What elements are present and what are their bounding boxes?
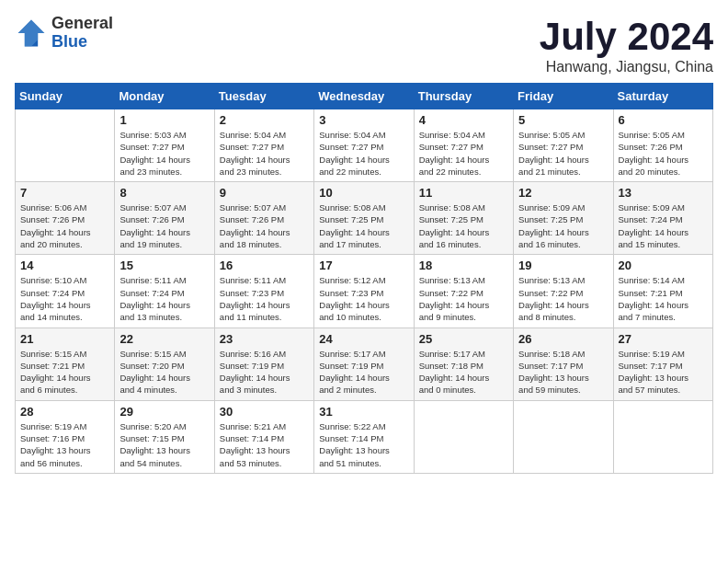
- day-info: Sunrise: 5:04 AM Sunset: 7:27 PM Dayligh…: [419, 129, 508, 178]
- day-info: Sunrise: 5:19 AM Sunset: 7:16 PM Dayligh…: [20, 420, 109, 469]
- day-number: 29: [119, 405, 209, 419]
- calendar-cell: 27Sunrise: 5:19 AM Sunset: 7:17 PM Dayli…: [613, 327, 712, 400]
- day-info: Sunrise: 5:05 AM Sunset: 7:26 PM Dayligh…: [619, 129, 708, 178]
- day-number: 31: [319, 405, 408, 419]
- day-number: 1: [119, 113, 209, 127]
- main-title: July 2024: [540, 15, 713, 59]
- day-info: Sunrise: 5:20 AM Sunset: 7:15 PM Dayligh…: [119, 420, 209, 469]
- day-number: 15: [119, 259, 209, 272]
- day-info: Sunrise: 5:06 AM Sunset: 7:26 PM Dayligh…: [20, 201, 109, 250]
- day-number: 5: [518, 113, 608, 127]
- calendar-cell: [514, 400, 613, 473]
- day-info: Sunrise: 5:07 AM Sunset: 7:26 PM Dayligh…: [220, 201, 309, 250]
- calendar-cell: 10Sunrise: 5:08 AM Sunset: 7:25 PM Dayli…: [314, 182, 414, 255]
- weekday-header-friday: Friday: [514, 84, 613, 109]
- calendar-cell: 15Sunrise: 5:11 AM Sunset: 7:24 PM Dayli…: [115, 255, 214, 327]
- day-number: 24: [319, 332, 408, 346]
- calendar-cell: 25Sunrise: 5:17 AM Sunset: 7:18 PM Dayli…: [414, 327, 513, 400]
- calendar-cell: 16Sunrise: 5:11 AM Sunset: 7:23 PM Dayli…: [214, 255, 313, 327]
- calendar-cell: 20Sunrise: 5:14 AM Sunset: 7:21 PM Dayli…: [613, 255, 712, 327]
- day-info: Sunrise: 5:04 AM Sunset: 7:27 PM Dayligh…: [220, 129, 309, 178]
- day-info: Sunrise: 5:08 AM Sunset: 7:25 PM Dayligh…: [319, 201, 408, 250]
- day-number: 16: [220, 259, 309, 272]
- weekday-header-wednesday: Wednesday: [314, 84, 414, 109]
- weekday-header-monday: Monday: [115, 84, 214, 109]
- day-number: 20: [619, 259, 708, 272]
- day-number: 19: [518, 259, 608, 272]
- day-info: Sunrise: 5:15 AM Sunset: 7:21 PM Dayligh…: [20, 348, 109, 396]
- day-info: Sunrise: 5:15 AM Sunset: 7:20 PM Dayligh…: [119, 348, 209, 396]
- day-number: 10: [319, 186, 408, 200]
- day-info: Sunrise: 5:17 AM Sunset: 7:19 PM Dayligh…: [319, 348, 408, 396]
- day-info: Sunrise: 5:16 AM Sunset: 7:19 PM Dayligh…: [220, 348, 309, 396]
- week-row-5: 28Sunrise: 5:19 AM Sunset: 7:16 PM Dayli…: [16, 400, 713, 473]
- day-number: 27: [619, 332, 708, 346]
- day-info: Sunrise: 5:09 AM Sunset: 7:25 PM Dayligh…: [518, 201, 608, 250]
- calendar: SundayMondayTuesdayWednesdayThursdayFrid…: [15, 83, 713, 474]
- logo-blue-text: Blue: [51, 33, 113, 52]
- calendar-cell: 4Sunrise: 5:04 AM Sunset: 7:27 PM Daylig…: [414, 109, 513, 182]
- day-info: Sunrise: 5:12 AM Sunset: 7:23 PM Dayligh…: [319, 274, 408, 323]
- calendar-cell: 24Sunrise: 5:17 AM Sunset: 7:19 PM Dayli…: [314, 327, 414, 400]
- day-number: 9: [220, 186, 309, 200]
- day-number: 14: [20, 259, 109, 272]
- day-number: 26: [518, 332, 608, 346]
- title-section: July 2024 Hanwang, Jiangsu, China: [540, 15, 713, 75]
- day-number: 23: [220, 332, 309, 346]
- calendar-cell: 6Sunrise: 5:05 AM Sunset: 7:26 PM Daylig…: [613, 109, 712, 182]
- calendar-cell: 26Sunrise: 5:18 AM Sunset: 7:17 PM Dayli…: [514, 327, 613, 400]
- day-info: Sunrise: 5:04 AM Sunset: 7:27 PM Dayligh…: [319, 129, 408, 178]
- day-info: Sunrise: 5:21 AM Sunset: 7:14 PM Dayligh…: [220, 420, 309, 469]
- day-info: Sunrise: 5:18 AM Sunset: 7:17 PM Dayligh…: [518, 348, 608, 396]
- logo-text: General Blue: [51, 15, 113, 52]
- calendar-cell: 18Sunrise: 5:13 AM Sunset: 7:22 PM Dayli…: [414, 255, 513, 327]
- day-info: Sunrise: 5:11 AM Sunset: 7:24 PM Dayligh…: [119, 274, 209, 323]
- weekday-header-row: SundayMondayTuesdayWednesdayThursdayFrid…: [16, 84, 713, 109]
- day-number: 3: [319, 113, 408, 127]
- calendar-cell: 2Sunrise: 5:04 AM Sunset: 7:27 PM Daylig…: [214, 109, 313, 182]
- day-number: 12: [518, 186, 608, 200]
- day-number: 18: [419, 259, 508, 272]
- calendar-cell: 28Sunrise: 5:19 AM Sunset: 7:16 PM Dayli…: [16, 400, 115, 473]
- day-info: Sunrise: 5:10 AM Sunset: 7:24 PM Dayligh…: [20, 274, 109, 323]
- calendar-cell: 3Sunrise: 5:04 AM Sunset: 7:27 PM Daylig…: [314, 109, 414, 182]
- week-row-3: 14Sunrise: 5:10 AM Sunset: 7:24 PM Dayli…: [16, 255, 713, 327]
- weekday-header-tuesday: Tuesday: [214, 84, 313, 109]
- sub-title: Hanwang, Jiangsu, China: [540, 59, 713, 75]
- day-info: Sunrise: 5:03 AM Sunset: 7:27 PM Dayligh…: [119, 129, 209, 178]
- day-number: 28: [20, 405, 109, 419]
- day-info: Sunrise: 5:11 AM Sunset: 7:23 PM Dayligh…: [220, 274, 309, 323]
- logo-icon: [15, 17, 48, 50]
- calendar-cell: 8Sunrise: 5:07 AM Sunset: 7:26 PM Daylig…: [115, 182, 214, 255]
- calendar-cell: 5Sunrise: 5:05 AM Sunset: 7:27 PM Daylig…: [514, 109, 613, 182]
- logo: General Blue: [15, 15, 113, 52]
- day-info: Sunrise: 5:13 AM Sunset: 7:22 PM Dayligh…: [518, 274, 608, 323]
- day-number: 11: [419, 186, 508, 200]
- day-number: 22: [119, 332, 209, 346]
- day-number: 8: [119, 186, 209, 200]
- calendar-cell: 12Sunrise: 5:09 AM Sunset: 7:25 PM Dayli…: [514, 182, 613, 255]
- logo-general-text: General: [51, 15, 113, 33]
- calendar-cell: 29Sunrise: 5:20 AM Sunset: 7:15 PM Dayli…: [115, 400, 214, 473]
- week-row-1: 1Sunrise: 5:03 AM Sunset: 7:27 PM Daylig…: [16, 109, 713, 182]
- day-info: Sunrise: 5:22 AM Sunset: 7:14 PM Dayligh…: [319, 420, 408, 469]
- calendar-cell: 7Sunrise: 5:06 AM Sunset: 7:26 PM Daylig…: [16, 182, 115, 255]
- calendar-cell: 30Sunrise: 5:21 AM Sunset: 7:14 PM Dayli…: [214, 400, 313, 473]
- header: General Blue July 2024 Hanwang, Jiangsu,…: [15, 15, 713, 75]
- day-number: 4: [419, 113, 508, 127]
- weekday-header-sunday: Sunday: [16, 84, 115, 109]
- weekday-header-saturday: Saturday: [613, 84, 712, 109]
- day-info: Sunrise: 5:08 AM Sunset: 7:25 PM Dayligh…: [419, 201, 508, 250]
- calendar-cell: 22Sunrise: 5:15 AM Sunset: 7:20 PM Dayli…: [115, 327, 214, 400]
- calendar-cell: 11Sunrise: 5:08 AM Sunset: 7:25 PM Dayli…: [414, 182, 513, 255]
- weekday-header-thursday: Thursday: [414, 84, 513, 109]
- day-info: Sunrise: 5:09 AM Sunset: 7:24 PM Dayligh…: [619, 201, 708, 250]
- day-info: Sunrise: 5:05 AM Sunset: 7:27 PM Dayligh…: [518, 129, 608, 178]
- calendar-cell: 21Sunrise: 5:15 AM Sunset: 7:21 PM Dayli…: [16, 327, 115, 400]
- day-number: 2: [220, 113, 309, 127]
- day-info: Sunrise: 5:19 AM Sunset: 7:17 PM Dayligh…: [619, 348, 708, 396]
- day-number: 6: [619, 113, 708, 127]
- calendar-cell: 1Sunrise: 5:03 AM Sunset: 7:27 PM Daylig…: [115, 109, 214, 182]
- calendar-cell: [613, 400, 712, 473]
- day-info: Sunrise: 5:17 AM Sunset: 7:18 PM Dayligh…: [419, 348, 508, 396]
